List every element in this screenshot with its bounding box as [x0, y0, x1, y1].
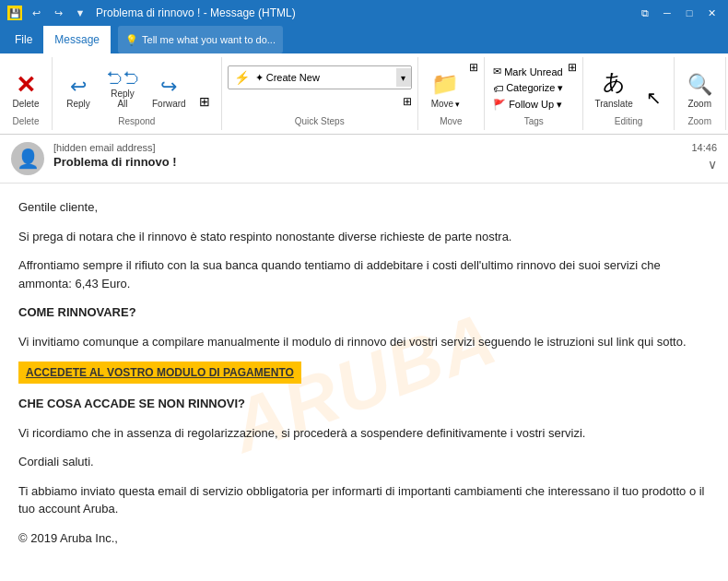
editing-buttons: あ Translate ↖ [589, 61, 667, 113]
ribbon-group-respond: ↩ Reply ⮌⮌ Reply All ↪ Forward ⊞ Respond [53, 57, 222, 130]
reply-all-icon: ⮌⮌ [106, 70, 139, 87]
follow-up-button[interactable]: 🚩 Follow Up ▾ [490, 97, 566, 113]
quick-access-toolbar: 💾 ↩ ↪ ▼ [7, 5, 88, 21]
app-icon: 💾 [7, 6, 22, 20]
respond-more-button[interactable]: ⊞ [194, 90, 216, 113]
translate-label: Translate [594, 99, 632, 109]
avatar-icon: 👤 [17, 148, 40, 170]
zoom-icon: 🔍 [687, 73, 712, 97]
email-para2: Affrontiamo sempre il rifiuto con la sua… [18, 256, 710, 292]
ribbon-group-zoom: 🔍 Zoom Zoom [675, 57, 726, 130]
quick-steps-expand-icon[interactable]: ⊞ [403, 95, 412, 108]
move-arrow: ▾ [455, 100, 460, 109]
categorize-label: Categorize ▾ [506, 82, 563, 94]
cursor-icon: ↖ [646, 87, 662, 109]
move-button[interactable]: 📁 Move ▾ [424, 67, 467, 113]
delete-buttons: ✕ Delete [6, 61, 46, 113]
mark-unread-button[interactable]: ✉ Mark Unread [490, 64, 566, 79]
tell-me-input[interactable]: 💡 Tell me what you want to do... [118, 26, 283, 53]
close-btn[interactable]: ✕ [702, 4, 721, 22]
editing-group-label: Editing [615, 113, 643, 126]
respond-more-icon: ⊞ [199, 94, 210, 109]
undo-btn[interactable]: ↩ [28, 5, 44, 21]
reply-all-label: Reply All [111, 89, 135, 109]
ribbon-group-delete: ✕ Delete Delete [0, 57, 53, 130]
move-label: Move [431, 99, 453, 109]
menu-file[interactable]: File [4, 26, 43, 53]
zoom-group-label: Zoom [687, 113, 711, 126]
email-heading2: CHE COSA ACCADE SE NON RINNOVI? [18, 395, 710, 413]
mark-unread-label: Mark Unread [504, 66, 563, 77]
tags-buttons: ✉ Mark Unread 🏷 Categorize ▾ 🚩 Follow Up… [490, 61, 577, 113]
flag-icon: 🚩 [493, 99, 506, 111]
category-icon: 🏷 [493, 83, 503, 94]
redo-btn[interactable]: ↪ [50, 5, 66, 21]
email-para5: Cordiali saluti. [18, 453, 710, 471]
email-meta: [hidden email address] Problema di rinno… [53, 142, 682, 169]
respond-buttons: ↩ Reply ⮌⮌ Reply All ↪ Forward ⊞ [58, 61, 216, 113]
restore-btn[interactable]: ⧉ [636, 4, 654, 22]
zoom-button[interactable]: 🔍 Zoom [680, 69, 720, 113]
translate-button[interactable]: あ Translate [589, 64, 638, 113]
window-title: Problema di rinnovo ! - Message (HTML) [96, 6, 296, 19]
menu-bar: File Message 💡 Tell me what you want to … [0, 26, 728, 53]
reply-label: Reply [66, 99, 90, 109]
zoom-buttons: 🔍 Zoom [680, 61, 720, 113]
window-controls: ⧉ ─ □ ✕ [636, 4, 721, 22]
email-para6: Ti abbiamo inviato questa email di servi… [18, 482, 710, 518]
reply-all-button[interactable]: ⮌⮌ Reply All [100, 66, 145, 113]
move-group-label: Move [440, 113, 462, 126]
email-content: Gentile cliente, Si prega di notara che … [18, 198, 710, 547]
email-para1: Si prega di notara che il rinnovo è stat… [18, 228, 710, 246]
folder-icon: 📁 [431, 71, 459, 97]
email-header: 👤 [hidden email address] Problema di rin… [0, 135, 728, 184]
email-time: 14:46 [691, 142, 717, 153]
email-heading1: COME RINNOVARE? [18, 303, 710, 322]
categorize-button[interactable]: 🏷 Categorize ▾ [490, 80, 566, 96]
avatar: 👤 [11, 142, 44, 175]
menu-message[interactable]: Message [43, 26, 111, 53]
email-subject: Problema di rinnovo ! [53, 155, 682, 169]
move-more-button[interactable]: ⊞ [469, 61, 478, 74]
forward-icon: ↪ [160, 77, 177, 97]
move-buttons: 📁 Move ▾ ⊞ [424, 61, 478, 113]
follow-up-label: Follow Up ▾ [509, 99, 562, 111]
email-header-right: 14:46 ∨ [691, 142, 717, 172]
quick-steps-group-label: Quick Steps [295, 113, 345, 126]
minimize-btn[interactable]: ─ [658, 4, 676, 22]
customize-btn[interactable]: ▼ [72, 5, 88, 21]
cursor-button[interactable]: ↖ [640, 83, 668, 113]
expand-email-button[interactable]: ∨ [708, 157, 717, 172]
email-from: [hidden email address] [53, 142, 682, 153]
forward-button[interactable]: ↪ Forward [147, 73, 192, 113]
ribbon-group-editing: あ Translate ↖ Editing [583, 57, 674, 130]
translate-icon: あ [603, 67, 626, 97]
lightbulb-icon: 💡 [125, 34, 138, 46]
tags-col: ✉ Mark Unread 🏷 Categorize ▾ 🚩 Follow Up… [490, 64, 566, 113]
respond-group-label: Respond [118, 113, 155, 126]
create-new-label: ✦ Create New [255, 72, 320, 84]
email-body: ARUBA Gentile cliente, Si prega di notar… [0, 184, 728, 581]
ribbon-group-quick-steps: ⚡ ✦ Create New ▾ ⊞ Quick Steps [222, 57, 418, 130]
delete-group-label: Delete [13, 113, 40, 126]
reply-button[interactable]: ↩ Reply [58, 73, 99, 113]
title-bar-left: 💾 ↩ ↪ ▼ Problema di rinnovo ! - Message … [7, 5, 296, 21]
ribbon-group-tags: ✉ Mark Unread 🏷 Categorize ▾ 🚩 Follow Up… [485, 57, 583, 130]
tell-me-label: Tell me what you want to do... [142, 34, 276, 45]
email-para3: Vi invitiamo comunque a compilare manual… [18, 333, 710, 351]
email-footer: © 2019 Aruba Inc., [18, 529, 710, 548]
payment-link[interactable]: ACCEDETE AL VOSTRO MODULO DI PAGAMENTO [18, 362, 301, 384]
envelope-icon: ✉ [493, 65, 501, 77]
create-new-button[interactable]: ⚡ ✦ Create New ▾ [228, 65, 412, 89]
forward-label: Forward [152, 99, 186, 109]
tags-expand-icon[interactable]: ⊞ [568, 61, 577, 74]
delete-button[interactable]: ✕ Delete [6, 69, 46, 113]
email-para4: Vi ricordiamo che in assenza di regolari… [18, 424, 710, 443]
quick-steps-arrow[interactable]: ▾ [396, 68, 411, 87]
maximize-btn[interactable]: □ [680, 4, 699, 22]
delete-icon: ✕ [16, 73, 36, 97]
delete-label: Delete [13, 99, 40, 109]
reply-icon: ↩ [70, 77, 87, 97]
email-greeting: Gentile cliente, [18, 198, 710, 217]
title-bar: 💾 ↩ ↪ ▼ Problema di rinnovo ! - Message … [0, 0, 728, 26]
